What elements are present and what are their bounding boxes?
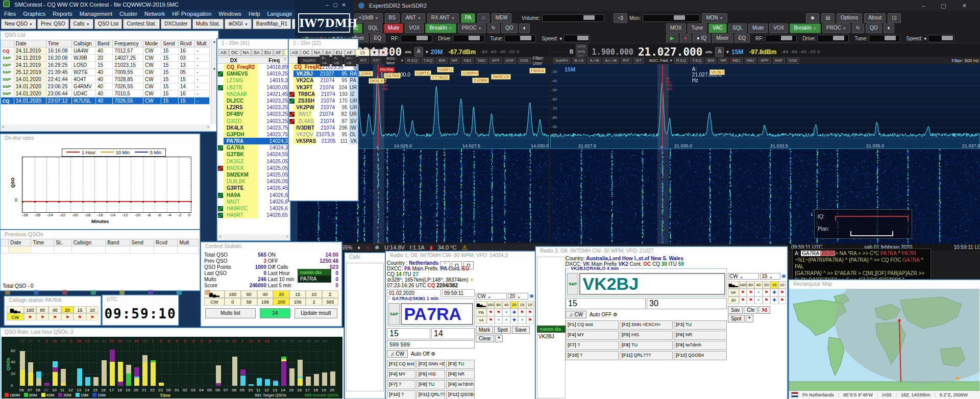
spot-callsign[interactable]: HA9A <box>224 192 258 198</box>
spot-callsign[interactable]: LB2TB <box>224 84 258 91</box>
fkey-f9[interactable]: [F9] iw7dmh <box>674 341 727 350</box>
dsp-teq[interactable]: T.EQ <box>690 58 703 64</box>
horizontal-scrollbar[interactable]: <> <box>1 124 211 131</box>
qso-row[interactable]: S&P14.01.202023:06:44UD4C407010,5CW1516- <box>1 90 210 97</box>
callsign-input[interactable]: VK2BJ <box>579 273 725 295</box>
spot-row-LZ2RS[interactable]: LZ2RS14023,25 <box>217 104 290 111</box>
dock-icon[interactable]: ◳ <box>888 13 900 23</box>
spot-row-3W1T[interactable]: 3W1T2107482UR <box>289 111 358 117</box>
fkey-f11[interactable]: [F11] QRL??? <box>416 390 445 399</box>
continent-filter-AS[interactable]: AS <box>290 49 300 56</box>
spot-callsign[interactable]: GM4EVS <box>224 70 258 77</box>
headphones-icon[interactable]: ∩ <box>477 13 489 23</box>
loop-icon[interactable]: ↻ <box>852 23 864 33</box>
radio2-title[interactable]: Radio 2; O8. IW7DMH CW- 30 WPM; VFO: 210… <box>536 247 787 256</box>
cw-button[interactable]: ♫ CW <box>387 350 408 358</box>
slider-thumb[interactable] <box>416 36 428 40</box>
menu-language[interactable]: Language <box>267 11 292 17</box>
agc-selector[interactable]: AGC: Med <box>386 56 399 65</box>
spectrum-spot-DJ2BW[interactable]: DJ2BW <box>472 78 489 83</box>
spot-callsign[interactable]: CQ_FreqR2 <box>291 64 322 70</box>
vfo-ab-button[interactable]: A <box>715 47 724 57</box>
mem-button[interactable]: MEM <box>492 13 511 23</box>
window-controls[interactable]: –▢✕ <box>326 2 350 8</box>
spot-row-DK2GZ[interactable]: DK2GZ14025,05 <box>217 158 290 165</box>
chevron-down-icon[interactable]: ▾ <box>924 36 926 41</box>
fkey-f6[interactable]: [F6] NR <box>446 370 475 379</box>
qso-table[interactable]: DateTimeCallsignBandFrequencyModeSendRcv… <box>1 40 210 105</box>
spectrum-spot-G4AFU[interactable]: G4AFU <box>437 67 454 72</box>
qso-row[interactable]: CQ14.01.202023:07:12IK7USL407026,55CW151… <box>1 97 210 105</box>
fkey-f9[interactable]: [F9] iw7dmh <box>446 380 475 389</box>
dsp-nr[interactable]: NR <box>718 58 728 64</box>
toolbar-contest-stat-[interactable]: Contest Stat. <box>123 19 160 29</box>
spot-button[interactable]: Spot <box>728 315 745 322</box>
slider-thumb[interactable] <box>781 36 792 40</box>
spot-callsign[interactable]: G3TBK <box>224 151 258 158</box>
spot-row-NN2T[interactable]: NN2T14026,6 <box>217 198 290 205</box>
subrx-ab[interactable]: A<->B <box>345 55 356 66</box>
world-map[interactable] <box>789 289 979 391</box>
chevron-down-icon[interactable]: ▼ <box>370 49 379 56</box>
toolbar-qso-list[interactable]: QSO List <box>94 19 122 29</box>
spectrum-spot-CT7AGZ[interactable]: CT7AGZ <box>430 74 450 80</box>
sent-field[interactable]: 15 <box>387 328 430 339</box>
fkey-f5[interactable]: [F5] HIS <box>620 331 673 340</box>
spectrum-spot-VK2BJ[interactable]: VK2BJ <box>709 69 725 75</box>
spectrum-spot-SM5CCE[interactable]: SM5CCE <box>491 74 511 80</box>
masterdta-call[interactable]: PA7RA <box>298 276 331 282</box>
dsp-nb2[interactable]: NB2 <box>476 58 488 64</box>
decode-callsign-chip[interactable]: GA7RA <box>801 251 820 256</box>
spot-callsign[interactable]: VK2PW <box>293 104 314 111</box>
tune-slider[interactable] <box>504 35 536 42</box>
fkey-f3[interactable]: [F3] TU <box>674 320 727 330</box>
spot-callsign[interactable]: VK5PAS <box>293 138 316 144</box>
record-button[interactable]: ● <box>680 34 691 43</box>
spot-row-DK4LX[interactable]: DK4LX14023,75 <box>217 124 290 131</box>
spot-callsign[interactable]: CQ_FreqR2 <box>224 64 258 70</box>
cluster-20m-title[interactable]: 1 - 20m (91) <box>217 39 290 48</box>
fkey-f7[interactable]: [F7] ? <box>566 341 619 350</box>
mults-count-button[interactable]: 14 <box>260 308 290 318</box>
qso-rate-title[interactable]: QSO Rate; Last hour QSOs: 3 <box>1 328 344 337</box>
spot-callsign[interactable]: LZ1MS <box>224 77 258 84</box>
chevron-down-icon[interactable]: ▼ <box>495 335 503 342</box>
spot-callsign[interactable]: VK2CA <box>293 77 313 84</box>
menu-management[interactable]: Management <box>80 11 112 17</box>
breakin-button[interactable]: BreakIn▼ <box>425 23 456 33</box>
contest-statistic-title[interactable]: Contest Statistic <box>201 242 341 251</box>
auto-toggle[interactable]: Auto OFF ⚙ <box>590 312 618 317</box>
spot-callsign[interactable]: G3RTE <box>224 185 258 191</box>
spot-row-NN2AAB[interactable]: NN2AAB14021,45 <box>217 91 290 97</box>
dsp-nb1[interactable]: NB1 <box>730 58 743 64</box>
spot-callsign[interactable]: G3IZD <box>224 118 258 124</box>
col-dx[interactable]: DX <box>217 58 250 63</box>
card-icon[interactable]: ▤ <box>821 13 834 23</box>
options-button[interactable]: Options <box>837 13 862 23</box>
toolbar-mults-stat-[interactable]: Mults Stat. <box>192 19 224 29</box>
peak-filter-icon[interactable]: ⌒ <box>440 261 450 269</box>
dsp-anf[interactable]: ANF <box>504 58 516 64</box>
prev-col[interactable]: Band <box>106 239 130 246</box>
spectrum-spot-G3RTE[interactable]: G3RTE <box>414 70 431 76</box>
horizontal-scrollbar[interactable]: <> <box>217 234 290 240</box>
spot-callsign[interactable]: DK4LX <box>224 124 258 131</box>
fkey-f8[interactable]: [F8] TU <box>416 380 445 389</box>
window-controls[interactable]: – ▢ ✕ <box>922 0 974 11</box>
spot-callsign[interactable]: IV3DBT <box>293 124 314 131</box>
desktop-icon[interactable] <box>5 290 10 295</box>
spot-callsign[interactable]: VK2BJ <box>293 70 313 77</box>
subrx-ba[interactable]: B->A <box>320 55 330 66</box>
band-label[interactable]: 15M <box>731 48 743 56</box>
spectrum-spot-GA7RA[interactable]: GA7RA <box>384 73 401 79</box>
spot-row-PA7RA[interactable]: PA7RA14024,3 <box>217 138 290 144</box>
continent-filter-OC[interactable]: OC <box>301 49 312 56</box>
menu-hf-propagation[interactable]: HF Propagation <box>172 11 211 17</box>
vfo-a-frequency[interactable]: 21.027.000 <box>638 46 702 58</box>
prev-col[interactable]: Time <box>31 239 54 246</box>
qso-list-title[interactable]: QSO List <box>1 31 218 40</box>
mode-select[interactable]: CW ⌄ <box>728 273 759 280</box>
dsp-bin[interactable]: BIN <box>705 58 716 64</box>
play-button[interactable]: ▶ <box>666 34 678 43</box>
drive-slider[interactable] <box>817 35 849 42</box>
